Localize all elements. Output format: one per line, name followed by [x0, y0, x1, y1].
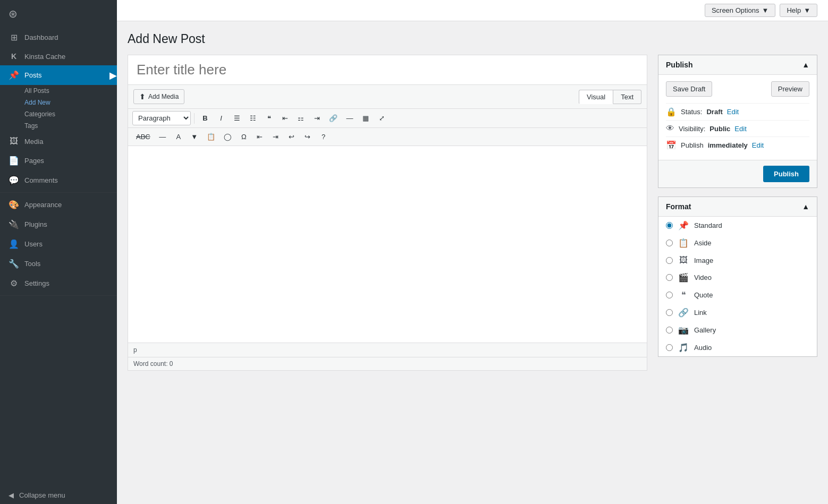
tools-icon: 🔧	[9, 259, 19, 269]
sidebar-item-posts[interactable]: 📌 Posts ▶	[0, 65, 117, 85]
sidebar-logo[interactable]: ⊛	[0, 0, 117, 28]
visibility-icon: 👁	[666, 124, 674, 133]
chevron-down-icon-help: ▼	[804, 6, 810, 14]
tab-text[interactable]: Text	[613, 90, 641, 104]
editor-status-bar: p	[128, 343, 647, 357]
format-radio-quote[interactable]	[666, 292, 673, 298]
sidebar-item-label: Pages	[24, 157, 44, 165]
more-tag-button[interactable]: —	[342, 112, 357, 125]
fullscreen-button[interactable]: ⤢	[374, 112, 389, 125]
toolbar-toggle-button[interactable]: ▦	[358, 112, 373, 125]
help-toolbar-button[interactable]: ?	[316, 130, 331, 143]
format-label-video: Video	[694, 274, 712, 281]
format-option-video[interactable]: 🎬 Video	[658, 269, 817, 286]
unordered-list-button[interactable]: ☰	[230, 112, 244, 125]
format-panel-title: Format	[666, 202, 691, 211]
publish-button[interactable]: Publish	[763, 166, 809, 182]
publish-status-row: 🔒 Status: Draft Edit	[666, 103, 809, 120]
editor-toolbar-row1: ParagraphHeading 1Heading 2Heading 3Pref…	[128, 109, 647, 128]
text-color-button[interactable]: A	[171, 130, 186, 143]
format-radio-video[interactable]	[666, 274, 673, 281]
format-option-standard[interactable]: 📌 Standard	[658, 217, 817, 234]
format-radio-image[interactable]	[666, 257, 673, 264]
text-color-dropdown[interactable]: ▼	[187, 130, 202, 143]
format-option-gallery[interactable]: 📷 Gallery	[658, 321, 817, 339]
sidebar-item-kinsta-cache[interactable]: K Kinsta Cache	[0, 47, 117, 65]
redo-button[interactable]: ↪	[300, 130, 315, 143]
align-center-button[interactable]: ⚏	[293, 112, 308, 125]
format-radio-audio[interactable]	[666, 344, 673, 351]
tab-visual[interactable]: Visual	[579, 90, 613, 104]
appearance-icon: 🎨	[9, 200, 19, 210]
bold-button[interactable]: B	[198, 112, 213, 125]
add-media-button[interactable]: ⬆ Add Media	[133, 89, 184, 104]
align-left-button[interactable]: ⇤	[277, 112, 292, 125]
sidebar-collapse-button[interactable]: ◀ Collapse menu	[0, 486, 117, 504]
sidebar-item-dashboard[interactable]: ⊞ Dashboard	[0, 28, 117, 47]
audio-format-icon: 🎵	[678, 343, 689, 353]
editor-content-area[interactable]	[128, 146, 647, 343]
posts-icon: 📌	[9, 70, 19, 80]
sidebar-item-label: Kinsta Cache	[24, 53, 65, 61]
plugins-icon: 🔌	[9, 219, 19, 229]
format-radio-gallery[interactable]	[666, 327, 673, 334]
sidebar-item-comments[interactable]: 💬 Comments	[0, 170, 117, 190]
sidebar-item-users[interactable]: 👤 Users	[0, 234, 117, 254]
collapse-icon: ◀	[9, 491, 14, 499]
align-right-button[interactable]: ⇥	[309, 112, 324, 125]
undo-button[interactable]: ↩	[284, 130, 299, 143]
format-option-aside[interactable]: 📋 Aside	[658, 234, 817, 252]
save-draft-button[interactable]: Save Draft	[666, 81, 712, 97]
ordered-list-button[interactable]: ☷	[246, 112, 260, 125]
sidebar-item-all-posts[interactable]: All Posts	[0, 85, 117, 97]
visibility-edit-link[interactable]: Edit	[734, 125, 746, 133]
sidebar-item-plugins[interactable]: 🔌 Plugins	[0, 215, 117, 234]
format-option-link[interactable]: 🔗 Link	[658, 304, 817, 321]
publish-visibility-row: 👁 Visibility: Public Edit	[666, 120, 809, 136]
link-format-icon: 🔗	[678, 307, 689, 318]
hr-button[interactable]: —	[155, 130, 170, 143]
sidebar-item-tools[interactable]: 🔧 Tools	[0, 254, 117, 274]
quote-format-icon: ❝	[678, 290, 689, 300]
format-radio-link[interactable]	[666, 309, 673, 316]
publish-actions: Save Draft Preview	[666, 81, 809, 97]
help-button[interactable]: Help ▼	[780, 4, 817, 17]
format-option-image[interactable]: 🖼 Image	[658, 252, 817, 269]
sidebar-item-pages[interactable]: 📄 Pages	[0, 151, 117, 170]
users-icon: 👤	[9, 239, 19, 249]
sidebar-item-add-new[interactable]: Add New	[0, 97, 117, 108]
sidebar-item-label: Comments	[24, 176, 58, 184]
post-title-input[interactable]	[128, 55, 647, 85]
sidebar-item-settings[interactable]: ⚙ Settings	[0, 274, 117, 293]
status-edit-link[interactable]: Edit	[727, 108, 739, 116]
format-option-audio[interactable]: 🎵 Audio	[658, 339, 817, 356]
paste-button[interactable]: 📋	[203, 130, 219, 143]
sidebar-item-label: Media	[24, 138, 43, 146]
screen-options-button[interactable]: Screen Options ▼	[705, 4, 775, 17]
format-label-image: Image	[694, 257, 713, 264]
format-radio-aside[interactable]	[666, 240, 673, 246]
format-select[interactable]: ParagraphHeading 1Heading 2Heading 3Pref…	[132, 111, 191, 125]
sidebar-item-media[interactable]: 🖼 Media	[0, 132, 117, 151]
clear-formatting-button[interactable]: ◯	[220, 130, 235, 143]
outdent-button[interactable]: ⇤	[252, 130, 267, 143]
pages-icon: 📄	[9, 156, 19, 166]
indent-button[interactable]: ⇥	[268, 130, 283, 143]
publish-time-edit-link[interactable]: Edit	[752, 141, 764, 149]
sidebar-item-tags[interactable]: Tags	[0, 120, 117, 132]
content-body: Add New Post ⬆ Add Media	[117, 21, 828, 504]
format-panel-collapse-icon: ▲	[802, 202, 809, 211]
sidebar-item-categories[interactable]: Categories	[0, 108, 117, 120]
special-char-button[interactable]: Ω	[236, 130, 251, 143]
format-radio-standard[interactable]	[666, 222, 673, 229]
format-option-quote[interactable]: ❝ Quote	[658, 286, 817, 304]
page-title: Add New Post	[128, 32, 817, 46]
link-button[interactable]: 🔗	[325, 112, 341, 125]
italic-button[interactable]: I	[214, 112, 229, 125]
sidebar-item-appearance[interactable]: 🎨 Appearance	[0, 195, 117, 215]
publish-panel-header[interactable]: Publish ▲	[658, 55, 817, 75]
preview-button[interactable]: Preview	[771, 81, 809, 97]
format-panel-header[interactable]: Format ▲	[658, 197, 817, 217]
strikethrough-button[interactable]: ABC	[132, 130, 154, 143]
blockquote-button[interactable]: ❝	[261, 112, 276, 125]
